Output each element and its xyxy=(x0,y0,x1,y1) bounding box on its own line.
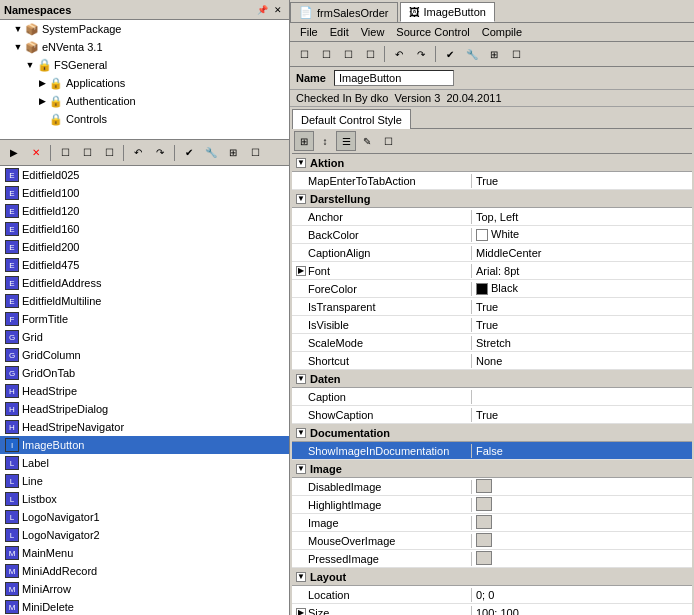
expand-size[interactable]: ▶ xyxy=(296,608,306,616)
list-item-label[interactable]: L Label xyxy=(0,454,289,472)
expander-enventa[interactable]: ▼ xyxy=(12,41,24,53)
props-btn-extra[interactable]: ☐ xyxy=(378,131,398,151)
grid-button[interactable]: ⊞ xyxy=(223,143,243,163)
collapse-daten[interactable]: ▼ xyxy=(296,374,306,384)
prop-value-font[interactable]: Arial: 8pt xyxy=(472,264,692,278)
collapse-documentation[interactable]: ▼ xyxy=(296,428,306,438)
pin-icon[interactable]: 📌 xyxy=(255,3,269,17)
menu-compile[interactable]: Compile xyxy=(476,25,528,39)
menu-sourcecontrol[interactable]: Source Control xyxy=(390,25,475,39)
prop-value-anchor[interactable]: Top, Left xyxy=(472,210,692,224)
list-item-editfield100[interactable]: E Editfield100 xyxy=(0,184,289,202)
tab-default-control-style[interactable]: Default Control Style xyxy=(292,109,411,129)
list-item-grid[interactable]: G Grid xyxy=(0,328,289,346)
prop-value-highlightimage[interactable] xyxy=(472,496,692,514)
list-item-formtitle[interactable]: F FormTitle xyxy=(0,310,289,328)
tree-item-controls[interactable]: 🔒 Controls xyxy=(0,110,289,128)
list-item-headstripe[interactable]: H HeadStripe xyxy=(0,382,289,400)
run-button[interactable]: ▶ xyxy=(4,143,24,163)
prop-value-disabledimage[interactable] xyxy=(472,478,692,496)
prop-value-image[interactable] xyxy=(472,514,692,532)
prop-value-shortcut[interactable]: None xyxy=(472,354,692,368)
menu-edit[interactable]: Edit xyxy=(324,25,355,39)
tree-item-applications[interactable]: ▶ 🔒 Applications xyxy=(0,74,289,92)
prop-value-showcaption[interactable]: True xyxy=(472,408,692,422)
collapse-darstellung[interactable]: ▼ xyxy=(296,194,306,204)
list-item-mainmenu[interactable]: M MainMenu xyxy=(0,544,289,562)
list-item-line[interactable]: L Line xyxy=(0,472,289,490)
tree-item-enventa[interactable]: ▼ 📦 eNVenta 3.1 xyxy=(0,38,289,56)
open-button[interactable]: ☐ xyxy=(77,143,97,163)
rt-grid[interactable]: ⊞ xyxy=(484,44,504,64)
list-item-imagebutton[interactable]: I ImageButton xyxy=(0,436,289,454)
close-panel-icon[interactable]: ✕ xyxy=(271,3,285,17)
collapse-aktion[interactable]: ▼ xyxy=(296,158,306,168)
collapse-image[interactable]: ▼ xyxy=(296,464,306,474)
prop-value-mapenter[interactable]: True xyxy=(472,174,692,188)
prop-value-backcolor[interactable]: White xyxy=(472,227,692,242)
prop-value-scalemode[interactable]: Stretch xyxy=(472,336,692,350)
rt-tools[interactable]: 🔧 xyxy=(462,44,482,64)
rt-more[interactable]: ☐ xyxy=(506,44,526,64)
props-btn-sorted[interactable]: ↕ xyxy=(315,131,335,151)
expander-systempackage[interactable]: ▼ xyxy=(12,23,24,35)
list-item-logonavigator2[interactable]: L LogoNavigator2 xyxy=(0,526,289,544)
list-item-listbox[interactable]: L Listbox xyxy=(0,490,289,508)
tree-item-authentication[interactable]: ▶ 🔒 Authentication xyxy=(0,92,289,110)
props-btn-events[interactable]: ✎ xyxy=(357,131,377,151)
menu-view[interactable]: View xyxy=(355,25,391,39)
save-button[interactable]: ☐ xyxy=(99,143,119,163)
prop-value-caption[interactable] xyxy=(472,396,692,398)
tools-button[interactable]: 🔧 xyxy=(201,143,221,163)
tab-frmsalesorder[interactable]: 📄 frmSalesOrder xyxy=(290,2,398,22)
list-item-gridontab[interactable]: G GridOnTab xyxy=(0,364,289,382)
list-item-miniarrow[interactable]: M MiniArrow xyxy=(0,580,289,598)
menu-file[interactable]: File xyxy=(294,25,324,39)
prop-value-isvisible[interactable]: True xyxy=(472,318,692,332)
list-item-editfield120[interactable]: E Editfield120 xyxy=(0,202,289,220)
check-button[interactable]: ✔ xyxy=(179,143,199,163)
prop-value-mouseoverimage[interactable] xyxy=(472,532,692,550)
props-btn-categorized[interactable]: ⊞ xyxy=(294,131,314,151)
undo-button[interactable]: ↶ xyxy=(128,143,148,163)
prop-value-showimageinDocumentation[interactable]: False xyxy=(472,444,692,458)
list-item-editfield475[interactable]: E Editfield475 xyxy=(0,256,289,274)
prop-value-forecolor[interactable]: Black xyxy=(472,281,692,296)
tree-item-systempackage[interactable]: ▼ 📦 SystemPackage xyxy=(0,20,289,38)
list-item-gridcolumn[interactable]: G GridColumn xyxy=(0,346,289,364)
expander-authentication[interactable]: ▶ xyxy=(36,95,48,107)
redo-button[interactable]: ↷ xyxy=(150,143,170,163)
delete-button[interactable]: ✕ xyxy=(26,143,46,163)
prop-value-size[interactable]: 100; 100 xyxy=(472,606,692,616)
more-button[interactable]: ☐ xyxy=(245,143,265,163)
tree-item-fsgeneral[interactable]: ▼ 🔒 FSGeneral xyxy=(0,56,289,74)
props-btn-properties[interactable]: ☰ xyxy=(336,131,356,151)
rt-btn-1[interactable]: ☐ xyxy=(294,44,314,64)
expander-fsgeneral[interactable]: ▼ xyxy=(24,59,36,71)
rt-check[interactable]: ✔ xyxy=(440,44,460,64)
rt-undo[interactable]: ↶ xyxy=(389,44,409,64)
list-item-editfieldmultiline[interactable]: E EditfieldMultiline xyxy=(0,292,289,310)
list-item-editfieldaddress[interactable]: E EditfieldAddress xyxy=(0,274,289,292)
rt-btn-4[interactable]: ☐ xyxy=(360,44,380,64)
prop-value-location[interactable]: 0; 0 xyxy=(472,588,692,602)
prop-value-captionalign[interactable]: MiddleCenter xyxy=(472,246,692,260)
rt-btn-3[interactable]: ☐ xyxy=(338,44,358,64)
list-item-editfield160[interactable]: E Editfield160 xyxy=(0,220,289,238)
expand-font[interactable]: ▶ xyxy=(296,266,306,276)
list-item-editfield025[interactable]: E Editfield025 xyxy=(0,166,289,184)
list-item-minidelete[interactable]: M MiniDelete xyxy=(0,598,289,615)
prop-value-pressedimage[interactable] xyxy=(472,550,692,568)
rt-redo[interactable]: ↷ xyxy=(411,44,431,64)
expander-applications[interactable]: ▶ xyxy=(36,77,48,89)
list-item-editfield200[interactable]: E Editfield200 xyxy=(0,238,289,256)
tab-imagebutton[interactable]: 🖼 ImageButton xyxy=(400,2,495,22)
list-item-logonavigator1[interactable]: L LogoNavigator1 xyxy=(0,508,289,526)
rt-btn-2[interactable]: ☐ xyxy=(316,44,336,64)
list-item-headstripedialog[interactable]: H HeadStripeDialog xyxy=(0,400,289,418)
prop-value-istransparent[interactable]: True xyxy=(472,300,692,314)
collapse-layout[interactable]: ▼ xyxy=(296,572,306,582)
expander-controls[interactable] xyxy=(36,113,48,125)
new-button[interactable]: ☐ xyxy=(55,143,75,163)
list-item-miniaddrecord[interactable]: M MiniAddRecord xyxy=(0,562,289,580)
